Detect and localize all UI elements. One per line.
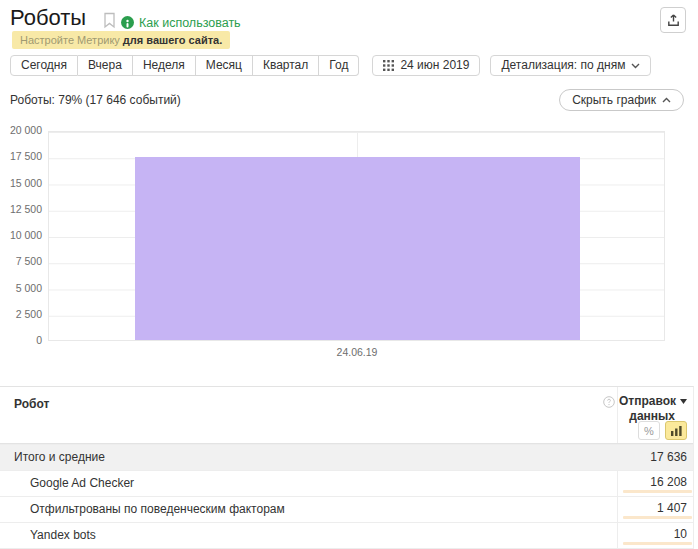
chevron-up-icon [662, 97, 671, 103]
period-year-button[interactable]: Год [319, 55, 359, 76]
table-row[interactable]: Yandex bots 10 [0, 522, 693, 548]
sort-desc-icon [680, 399, 687, 404]
period-today-button[interactable]: Сегодня [10, 55, 78, 76]
table-row[interactable]: Отфильтрованы по поведенческим факторам … [0, 496, 693, 522]
robots-report-page: Роботы Как использовать Настройте Метрик… [0, 0, 698, 549]
period-month-button[interactable]: Месяц [196, 55, 253, 76]
period-segmented-control: Сегодня Вчера Неделя Месяц Квартал Год [10, 55, 359, 76]
hide-chart-button[interactable]: Скрыть график [559, 89, 684, 111]
x-axis-label: 24.06.19 [307, 346, 407, 358]
y-axis-tick: 17 500 [0, 150, 42, 162]
bars-view-toggle[interactable] [665, 421, 687, 440]
period-quarter-button[interactable]: Квартал [253, 55, 319, 76]
period-toolbar: Сегодня Вчера Неделя Месяц Квартал Год 2… [10, 55, 651, 76]
export-icon [666, 13, 681, 28]
period-yesterday-button[interactable]: Вчера [78, 55, 133, 76]
table-row[interactable]: Google Ad Checker 16 208 [0, 470, 693, 496]
table-header: Робот Отправок данных % [0, 387, 693, 444]
date-picker-label: 24 июн 2019 [400, 56, 469, 75]
value-bar-track [623, 490, 692, 493]
bar-chart-icon [671, 426, 682, 436]
y-axis-tick: 0 [0, 334, 42, 346]
detalization-dropdown[interactable]: Детализация: по дням [490, 55, 651, 76]
detalization-label: Детализация: по дням [501, 56, 625, 75]
column-header-metric[interactable]: Отправок данных [603, 394, 687, 424]
row-name: Yandex bots [30, 523, 96, 548]
bookmark-icon[interactable] [103, 12, 116, 33]
column-header-robot[interactable]: Робот [14, 397, 49, 411]
hide-chart-label: Скрыть график [572, 93, 656, 107]
setup-banner[interactable]: Настройте Метрикудля вашего сайта. [12, 31, 230, 49]
chart-bar[interactable] [135, 157, 580, 340]
y-axis-tick: 12 500 [0, 203, 42, 215]
y-axis-tick: 7 500 [0, 255, 42, 267]
value-bar-track [623, 516, 692, 519]
value-bar-track [623, 542, 692, 545]
y-axis-tick: 5 000 [0, 282, 42, 294]
table-row-total[interactable]: Итого и средние 17 636 [0, 444, 693, 470]
chart-plot-area [48, 131, 665, 341]
row-name: Итого и средние [14, 445, 105, 470]
y-axis-tick: 15 000 [0, 177, 42, 189]
robots-summary: Роботы: 79% (17 646 событий) [10, 93, 181, 107]
period-week-button[interactable]: Неделя [133, 55, 196, 76]
y-axis-tick: 10 000 [0, 229, 42, 241]
row-name: Отфильтрованы по поведенческим факторам [30, 497, 285, 522]
export-button[interactable] [660, 7, 686, 33]
y-axis-tick: 20 000 [0, 124, 42, 136]
row-value: 17 636 [650, 445, 687, 470]
view-toggles: % [638, 421, 687, 440]
info-icon [121, 16, 134, 29]
page-title: Роботы [10, 5, 86, 31]
date-picker-button[interactable]: 24 июн 2019 [372, 55, 480, 76]
help-icon [603, 396, 615, 408]
how-to-use-link[interactable]: Как использовать [139, 16, 241, 30]
metric-header-line1: Отправок [619, 394, 676, 409]
banner-link-text[interactable]: Настройте Метрику [20, 34, 120, 46]
y-axis-tick: 2 500 [0, 308, 42, 320]
calendar-grid-icon [383, 60, 394, 71]
row-name: Google Ad Checker [30, 471, 134, 496]
chevron-down-icon [631, 63, 640, 69]
robots-table: Робот Отправок данных % Итого и средние … [0, 386, 694, 549]
banner-bold-text: для вашего сайта. [123, 34, 222, 46]
percent-view-toggle[interactable]: % [638, 421, 660, 440]
